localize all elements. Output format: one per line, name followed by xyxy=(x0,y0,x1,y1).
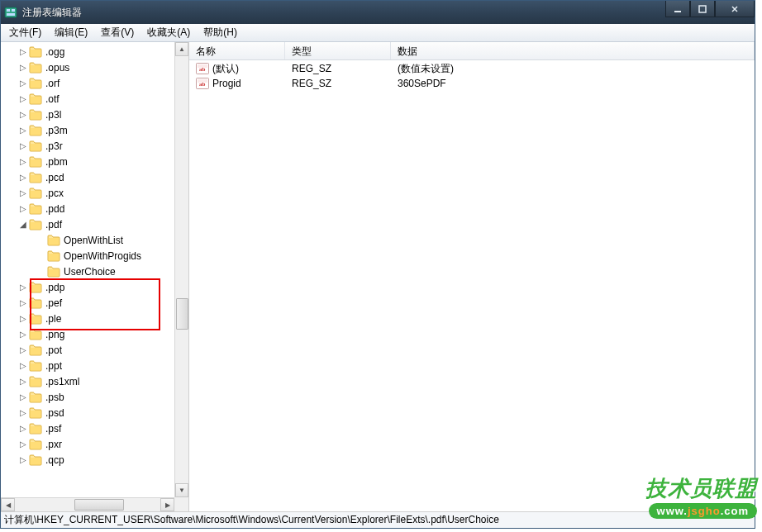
tree-item[interactable]: ▷.psb xyxy=(1,389,188,405)
tree-item[interactable]: ▷.p3m xyxy=(1,122,188,138)
tree-item[interactable]: ▷.ppt xyxy=(1,358,188,373)
leaf-icon xyxy=(36,266,47,278)
tree-item-label: .pot xyxy=(45,344,62,356)
scroll-right-icon[interactable]: ▶ xyxy=(160,498,174,511)
tree-item[interactable]: ▷.psd xyxy=(1,405,188,420)
tree-item-label: .pcd xyxy=(45,172,64,183)
expand-icon[interactable]: ▷ xyxy=(17,376,29,387)
tree-item[interactable]: ▷.orf xyxy=(1,75,188,91)
tree-item-label: .png xyxy=(45,329,64,340)
expand-icon[interactable]: ▷ xyxy=(17,93,29,105)
list-header: 名称 类型 数据 xyxy=(189,42,755,60)
menu-favorites[interactable]: 收藏夹(A) xyxy=(140,23,197,42)
expand-icon[interactable]: ▷ xyxy=(17,297,29,309)
tree-item-label: .ple xyxy=(45,313,61,325)
statusbar-path: 计算机\HKEY_CURRENT_USER\Software\Microsoft… xyxy=(4,513,499,527)
expand-icon[interactable]: ▷ xyxy=(17,140,29,152)
tree-item[interactable]: ▷.ple xyxy=(1,311,188,326)
scroll-thumb[interactable] xyxy=(176,298,188,330)
folder-icon xyxy=(29,125,42,136)
collapse-icon[interactable]: ◢ xyxy=(17,219,29,230)
expand-icon[interactable]: ▷ xyxy=(17,109,29,121)
scroll-left-icon[interactable]: ◀ xyxy=(1,498,15,511)
expand-icon[interactable]: ▷ xyxy=(17,407,29,419)
tree-item[interactable]: ▷.pef xyxy=(1,295,188,311)
folder-icon xyxy=(29,376,42,387)
tree-item[interactable]: ▷.pcd xyxy=(1,169,188,185)
tree-item-label: .ogg xyxy=(45,46,64,58)
tree-item[interactable]: ▷.p3r xyxy=(1,138,188,154)
menu-edit[interactable]: 编辑(E) xyxy=(48,23,94,42)
expand-icon[interactable]: ▷ xyxy=(17,454,29,466)
tree-item[interactable]: ▷.opus xyxy=(1,59,188,75)
col-type[interactable]: 类型 xyxy=(285,42,391,59)
folder-icon xyxy=(29,423,42,435)
tree-item[interactable]: ▷.pbm xyxy=(1,154,188,169)
expand-icon[interactable]: ▷ xyxy=(17,62,29,74)
menu-help[interactable]: 帮助(H) xyxy=(197,23,244,42)
tree-item[interactable]: ▷.pot xyxy=(1,342,188,358)
tree-item[interactable]: ▷.ogg xyxy=(1,44,188,59)
leaf-icon xyxy=(36,235,47,246)
expand-icon[interactable]: ▷ xyxy=(17,125,29,136)
tree-item[interactable]: OpenWithProgids xyxy=(1,248,188,264)
tree-item[interactable]: ▷.pdd xyxy=(1,201,188,216)
tree-item[interactable]: ▷.png xyxy=(1,326,188,342)
expand-icon[interactable]: ▷ xyxy=(17,313,29,325)
tree-item[interactable]: ▷.psf xyxy=(1,420,188,436)
hscroll-thumb[interactable] xyxy=(74,499,124,511)
col-data[interactable]: 数据 xyxy=(391,42,755,59)
expand-icon[interactable]: ▷ xyxy=(17,156,29,168)
expand-icon[interactable]: ▷ xyxy=(17,439,29,450)
tree-item[interactable]: ▷.ps1xml xyxy=(1,373,188,389)
menu-file[interactable]: 文件(F) xyxy=(2,23,48,42)
minimize-button[interactable] xyxy=(665,1,690,17)
folder-icon xyxy=(29,188,42,199)
maximize-button[interactable] xyxy=(690,1,715,17)
folder-icon xyxy=(29,297,42,309)
expand-icon[interactable]: ▷ xyxy=(17,188,29,199)
expand-icon[interactable]: ▷ xyxy=(17,344,29,356)
folder-icon xyxy=(29,140,42,152)
tree-item[interactable]: ◢.pdf xyxy=(1,216,188,232)
titlebar[interactable]: 注册表编辑器 xyxy=(1,1,755,24)
expand-icon[interactable]: ▷ xyxy=(17,172,29,183)
menu-view[interactable]: 查看(V) xyxy=(94,23,140,42)
leaf-icon xyxy=(36,250,47,262)
expand-icon[interactable]: ▷ xyxy=(17,392,29,403)
close-button[interactable] xyxy=(715,1,755,17)
tree-vertical-scrollbar[interactable]: ▲ ▼ xyxy=(174,42,188,497)
scroll-up-icon[interactable]: ▲ xyxy=(175,42,188,56)
expand-icon[interactable]: ▷ xyxy=(17,329,29,340)
expand-icon[interactable]: ▷ xyxy=(17,282,29,293)
expand-icon[interactable]: ▷ xyxy=(17,203,29,215)
folder-icon xyxy=(29,344,42,356)
expand-icon[interactable]: ▷ xyxy=(17,360,29,372)
tree-horizontal-scrollbar[interactable]: ◀ ▶ xyxy=(1,497,174,511)
tree-item[interactable]: ▷.pcx xyxy=(1,185,188,201)
tree-item[interactable]: OpenWithList xyxy=(1,232,188,248)
list-row[interactable]: (默认)REG_SZ(数值未设置) xyxy=(189,61,755,76)
tree-item[interactable]: ▷.pdp xyxy=(1,279,188,295)
value-data: 360SePDF xyxy=(398,78,446,89)
tree-item[interactable]: ▷.otf xyxy=(1,91,188,107)
expand-icon[interactable]: ▷ xyxy=(17,423,29,435)
tree-item[interactable]: ▷.pxr xyxy=(1,436,188,452)
folder-icon xyxy=(47,250,60,262)
expand-icon[interactable]: ▷ xyxy=(17,78,29,89)
expand-icon[interactable]: ▷ xyxy=(17,46,29,58)
tree-item-label: .pxr xyxy=(45,439,62,450)
tree-item-label: .pbm xyxy=(45,156,68,168)
tree-item-label: .ps1xml xyxy=(45,376,79,387)
col-name[interactable]: 名称 xyxy=(189,42,285,59)
list-pane: 名称 类型 数据 (默认)REG_SZ(数值未设置)ProgidREG_SZ36… xyxy=(189,42,755,511)
tree-item[interactable]: ▷.qcp xyxy=(1,452,188,468)
menubar: 文件(F) 编辑(E) 查看(V) 收藏夹(A) 帮助(H) xyxy=(1,24,755,42)
folder-icon xyxy=(29,282,42,293)
folder-icon xyxy=(29,93,42,105)
list-row[interactable]: ProgidREG_SZ360SePDF xyxy=(189,76,755,91)
tree-item[interactable]: ▷.p3l xyxy=(1,107,188,122)
folder-icon xyxy=(29,109,42,121)
tree-item[interactable]: UserChoice xyxy=(1,264,188,279)
scroll-down-icon[interactable]: ▼ xyxy=(175,483,188,497)
